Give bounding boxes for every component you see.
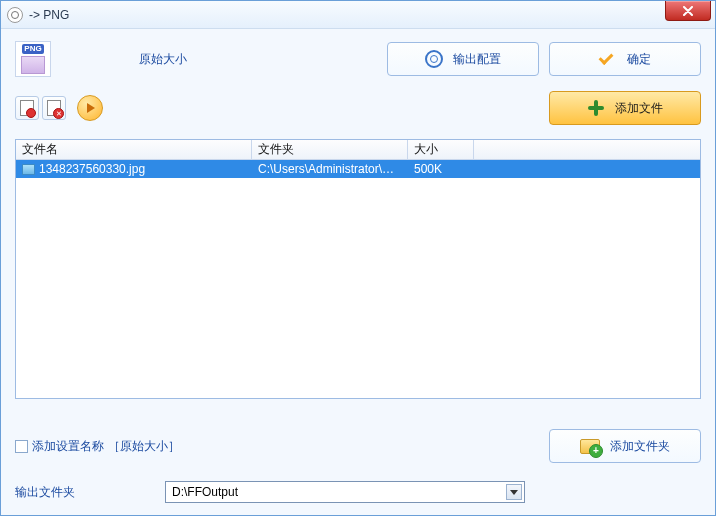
cell-size: 500K [408, 161, 474, 177]
output-config-button[interactable]: 输出配置 [387, 42, 539, 76]
close-button[interactable] [665, 1, 711, 21]
add-file-label: 添加文件 [615, 100, 663, 117]
doc-clear-icon [47, 100, 61, 116]
output-folder-row: 输出文件夹 D:\FFOutput [15, 481, 701, 503]
options-row: 添加设置名称 ［原始大小］ 添加文件夹 [15, 429, 701, 463]
cell-name: 1348237560330.jpg [16, 161, 252, 177]
dropdown-arrow-icon[interactable] [506, 484, 522, 500]
table-row[interactable]: 1348237560330.jpg C:\Users\Administrator… [16, 160, 700, 178]
folder-plus-icon [580, 439, 600, 454]
clear-files-button[interactable] [42, 96, 66, 120]
file-icon [22, 164, 35, 175]
col-name-header[interactable]: 文件名 [16, 140, 252, 159]
output-config-label: 输出配置 [453, 51, 501, 68]
play-button[interactable] [77, 95, 103, 121]
checkbox-label: 添加设置名称 [32, 438, 104, 455]
output-folder-label: 输出文件夹 [15, 484, 155, 501]
plus-icon [587, 99, 605, 117]
play-icon [87, 103, 95, 113]
col-folder-header[interactable]: 文件夹 [252, 140, 408, 159]
ok-label: 确定 [627, 51, 651, 68]
app-icon [7, 7, 23, 23]
add-file-button[interactable]: 添加文件 [549, 91, 701, 125]
content-area: PNG 原始大小 输出配置 确定 添加文件 文件名 文件夹 大小 [1, 29, 715, 515]
table-header: 文件名 文件夹 大小 [16, 140, 700, 160]
col-size-header[interactable]: 大小 [408, 140, 474, 159]
original-size-label: 原始大小 [139, 51, 187, 68]
ok-button[interactable]: 确定 [549, 42, 701, 76]
file-table: 文件名 文件夹 大小 1348237560330.jpg C:\Users\Ad… [15, 139, 701, 399]
check-icon [599, 50, 617, 68]
output-folder-combo[interactable]: D:\FFOutput [165, 481, 525, 503]
cell-folder: C:\Users\Administrator\Des... [252, 161, 408, 177]
add-folder-label: 添加文件夹 [610, 438, 670, 455]
format-badge: PNG [15, 41, 51, 77]
table-body[interactable]: 1348237560330.jpg C:\Users\Administrator… [16, 160, 700, 398]
cell-rest [474, 168, 700, 170]
col-rest-header [474, 140, 700, 159]
png-tag: PNG [22, 44, 43, 54]
checkbox-icon [15, 440, 28, 453]
thumbnail-icon [21, 56, 45, 74]
bottom-panel: 添加设置名称 ［原始大小］ 添加文件夹 输出文件夹 D:\FFOutput [15, 429, 701, 503]
gear-icon [425, 50, 443, 68]
title-bar: -> PNG [1, 1, 715, 29]
doc-minus-icon [20, 100, 34, 116]
add-folder-button[interactable]: 添加文件夹 [549, 429, 701, 463]
add-settings-name-checkbox[interactable]: 添加设置名称 ［原始大小］ [15, 438, 180, 455]
top-row: PNG 原始大小 输出配置 确定 [15, 41, 701, 77]
remove-file-button[interactable] [15, 96, 39, 120]
window-title: -> PNG [29, 8, 69, 22]
output-folder-value: D:\FFOutput [172, 485, 238, 499]
checkbox-suffix: ［原始大小］ [108, 438, 180, 455]
toolbar-row: 添加文件 [15, 91, 701, 125]
